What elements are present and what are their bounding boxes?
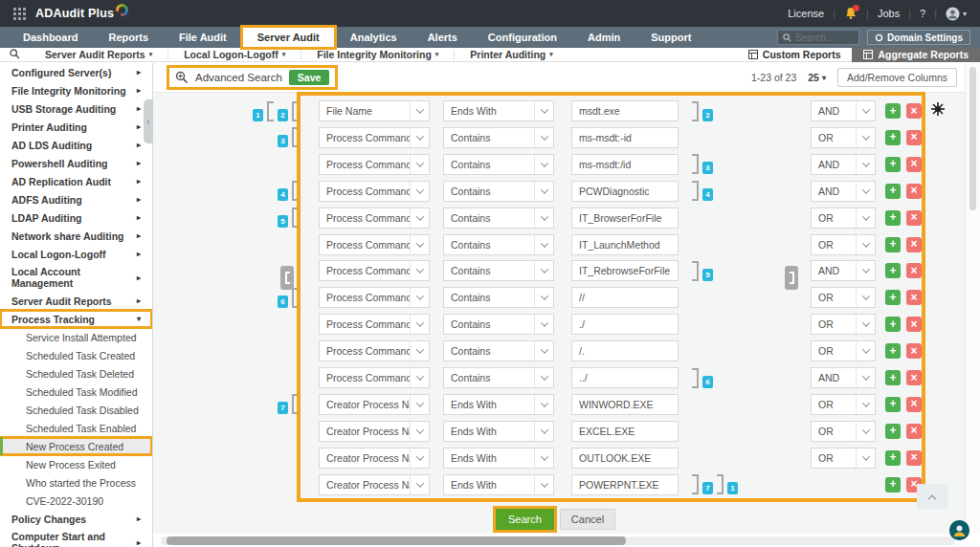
sidebar-item-ldap-auditing[interactable]: LDAP Auditing▸ — [0, 208, 152, 227]
logic-select[interactable]: AND — [811, 260, 876, 281]
condition-select[interactable]: Contains — [443, 314, 554, 335]
logic-select[interactable]: OR — [811, 394, 876, 415]
outer-group-close-bracket[interactable] — [785, 266, 798, 290]
sidebar-item-scheduled-task-created[interactable]: Scheduled Task Created — [0, 346, 152, 364]
field-select[interactable]: File Name — [319, 100, 430, 121]
remove-row-button[interactable]: × — [906, 103, 922, 119]
logic-select[interactable]: OR — [811, 448, 876, 469]
sidebar-item-adfs-auditing[interactable]: ADFS Auditing▸ — [0, 190, 152, 208]
remove-row-button[interactable]: × — [906, 130, 922, 145]
sidebar-item-process-tracking[interactable]: Process Tracking▾ — [0, 310, 152, 328]
condition-select[interactable]: Ends With — [443, 394, 554, 415]
remove-row-button[interactable]: × — [906, 237, 922, 252]
global-search[interactable] — [777, 30, 859, 45]
logic-select[interactable]: AND — [811, 100, 876, 121]
logic-select[interactable]: OR — [811, 208, 876, 229]
add-row-button[interactable]: + — [885, 424, 901, 439]
tab-reports[interactable]: Reports — [93, 27, 164, 48]
add-row-button[interactable]: + — [885, 397, 901, 412]
add-row-button[interactable]: + — [885, 210, 901, 226]
condition-select[interactable]: Ends With — [443, 448, 554, 469]
condition-select[interactable]: Contains — [443, 208, 554, 229]
sidebar-item-scheduled-task-enabled[interactable]: Scheduled Task Enabled — [0, 419, 152, 437]
add-row-button[interactable]: + — [885, 370, 901, 385]
add-row-button[interactable]: + — [885, 103, 901, 119]
condition-select[interactable]: Contains — [443, 154, 554, 175]
sidebar-item-file-integrity-monitoring[interactable]: File Integrity Monitoring▸ — [0, 81, 152, 99]
condition-select[interactable]: Contains — [443, 127, 554, 148]
condition-select[interactable]: Contains — [443, 234, 554, 255]
logic-select[interactable]: OR — [811, 340, 876, 361]
logic-select[interactable]: OR — [811, 287, 876, 308]
logic-select[interactable]: OR — [811, 314, 876, 335]
license-link[interactable]: License — [788, 8, 824, 19]
logic-select[interactable]: AND — [811, 181, 876, 202]
value-input[interactable] — [571, 181, 679, 202]
sidebar-item-powershell-auditing[interactable]: Powershell Auditing▸ — [0, 154, 152, 172]
sidebar-item-local-account-management[interactable]: Local Account Management▸ — [0, 263, 152, 292]
condition-select[interactable]: Contains — [443, 287, 554, 308]
tab-file-audit[interactable]: File Audit — [164, 27, 242, 48]
remove-row-button[interactable]: × — [906, 263, 922, 278]
remove-row-button[interactable]: × — [906, 317, 922, 332]
remove-row-button[interactable]: × — [906, 343, 922, 359]
field-select[interactable]: Process Command Line — [319, 127, 430, 148]
tab-configuration[interactable]: Configuration — [473, 27, 572, 48]
sidebar-item-new-process-created[interactable]: New Process Created — [0, 437, 152, 455]
condition-select[interactable]: Ends With — [443, 474, 554, 495]
page-size-dropdown[interactable]: 25 ▾ — [808, 72, 826, 83]
sidebar-item-printer-auditing[interactable]: Printer Auditing▸ — [0, 118, 152, 136]
add-row-button[interactable]: + — [885, 184, 901, 199]
horizontal-scrollbar-thumb[interactable] — [167, 536, 626, 545]
remove-row-button[interactable]: × — [906, 370, 922, 385]
field-select[interactable]: Process Command Line — [319, 340, 430, 361]
add-row-button[interactable]: + — [885, 157, 901, 172]
support-chat-button[interactable] — [949, 520, 969, 540]
sidebar-collapse-handle[interactable]: ‹ — [144, 99, 153, 143]
outer-group-open-bracket[interactable] — [280, 266, 294, 290]
save-button[interactable]: Save — [289, 70, 330, 85]
subnav-menu-server-audit-reports[interactable]: Server Audit Reports▾ — [30, 50, 168, 60]
add-row-button[interactable]: + — [885, 290, 901, 305]
value-input[interactable] — [571, 394, 679, 415]
value-input[interactable] — [571, 421, 679, 442]
jobs-link[interactable]: Jobs — [878, 8, 900, 19]
sidebar-item-new-process-exited[interactable]: New Process Exited — [0, 455, 152, 473]
sidebar-item-policy-changes[interactable]: Policy Changes▸ — [0, 510, 152, 528]
sidebar-item-cve-2022-30190[interactable]: CVE-2022-30190 — [0, 492, 152, 510]
tab-support[interactable]: Support — [635, 27, 706, 48]
condition-select[interactable]: Ends With — [443, 421, 554, 442]
value-input[interactable] — [571, 367, 679, 388]
help-link[interactable]: ? — [920, 8, 925, 19]
horizontal-scrollbar-track[interactable] — [161, 536, 955, 545]
value-input[interactable] — [571, 208, 679, 229]
domain-settings-button[interactable]: Domain Settings — [867, 30, 970, 45]
condition-select[interactable]: Contains — [443, 340, 554, 361]
sidebar-item-who-started-the-process[interactable]: Who started the Process — [0, 473, 152, 492]
add-row-button[interactable]: + — [885, 343, 901, 359]
logic-select[interactable]: AND — [811, 367, 876, 388]
value-input[interactable] — [571, 260, 679, 281]
logic-select[interactable]: OR — [811, 234, 876, 255]
sidebar-item-usb-storage-auditing[interactable]: USB Storage Auditing▸ — [0, 99, 152, 118]
subnav-menu-printer-auditing[interactable]: Printer Auditing▾ — [455, 50, 568, 60]
sidebar-item-scheduled-task-modified[interactable]: Scheduled Task Modified — [0, 383, 152, 401]
subnav-menu-file-integrity-monitoring[interactable]: File Integrity Monitoring▾ — [301, 50, 455, 60]
field-select[interactable]: Process Command Line — [319, 208, 430, 229]
bell-icon[interactable] — [844, 7, 858, 20]
field-select[interactable]: Process Command Line — [319, 287, 430, 308]
remove-row-button[interactable]: × — [906, 290, 922, 305]
cancel-button[interactable]: Cancel — [560, 509, 615, 530]
add-row-button[interactable]: + — [885, 237, 901, 252]
condition-select[interactable]: Contains — [443, 367, 554, 388]
add-row-button[interactable]: + — [885, 263, 901, 278]
sidebar-item-local-logon-logoff[interactable]: Local Logon-Logoff▸ — [0, 245, 152, 263]
field-select[interactable]: Creator Process Name — [319, 448, 430, 469]
value-input[interactable] — [571, 287, 679, 308]
add-row-button[interactable]: + — [885, 130, 901, 145]
tab-server-audit[interactable]: Server Audit — [242, 27, 335, 48]
tab-admin[interactable]: Admin — [572, 27, 635, 48]
remove-row-button[interactable]: × — [906, 184, 922, 199]
value-input[interactable] — [571, 314, 679, 335]
condition-select[interactable]: Contains — [443, 260, 554, 281]
